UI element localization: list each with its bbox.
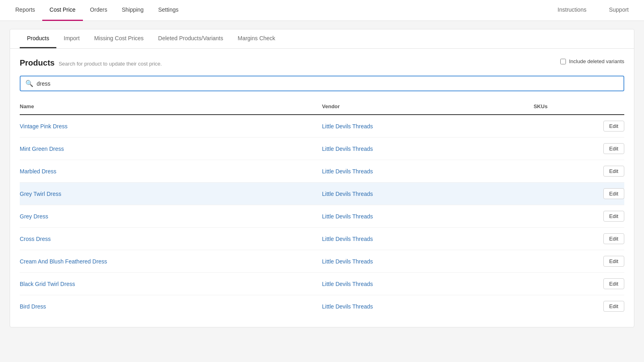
nav-instructions[interactable]: Instructions [550, 0, 594, 21]
table-header: Name Vendor SKUs [20, 99, 624, 115]
search-container: 🔍 [10, 74, 634, 99]
edit-button[interactable]: Edit [603, 211, 624, 222]
edit-button[interactable]: Edit [603, 121, 624, 132]
page-subtitle: Search for product to update their cost … [59, 61, 162, 67]
products-table: Name Vendor SKUs Vintage Pink Dress Litt… [20, 99, 624, 317]
col-header-action [594, 99, 624, 115]
product-name-link[interactable]: Mint Green Dress [20, 146, 64, 152]
skus-cell [534, 183, 594, 205]
table-row: Bird Dress Little Devils Threads Edit [20, 295, 624, 318]
skus-cell [534, 250, 594, 273]
product-name-link[interactable]: Marbled Dress [20, 168, 56, 175]
table-row: Cream And Blush Feathered Dress Little D… [20, 250, 624, 273]
skus-cell [534, 160, 594, 183]
top-nav-right: Instructions Support [550, 0, 636, 21]
product-name-link[interactable]: Grey Dress [20, 213, 48, 220]
table-row: Mint Green Dress Little Devils Threads E… [20, 138, 624, 160]
table-row: Vintage Pink Dress Little Devils Threads… [20, 115, 624, 138]
tab-deleted-products[interactable]: Deleted Products/Variants [151, 29, 231, 48]
sub-tabs: Products Import Missing Cost Prices Dele… [10, 29, 634, 49]
tab-margins-check[interactable]: Margins Check [230, 29, 282, 48]
search-box: 🔍 [20, 76, 624, 91]
edit-button[interactable]: Edit [603, 301, 624, 312]
search-icon: 🔍 [25, 80, 33, 87]
vendor-link[interactable]: Little Devils Threads [322, 191, 373, 197]
content-card: Products Import Missing Cost Prices Dele… [10, 29, 634, 327]
skus-cell [534, 138, 594, 160]
card-title-area: Products Search for product to update th… [20, 58, 162, 68]
nav-support[interactable]: Support [602, 0, 636, 21]
vendor-link[interactable]: Little Devils Threads [322, 146, 373, 152]
top-nav-left: Reports Cost Price Orders Shipping Setti… [8, 0, 186, 21]
main-wrapper: Products Import Missing Cost Prices Dele… [0, 21, 644, 362]
col-header-skus: SKUs [534, 99, 594, 115]
skus-cell [534, 273, 594, 295]
product-name-link[interactable]: Grey Twirl Dress [20, 191, 61, 197]
product-name-link[interactable]: Black Grid Twirl Dress [20, 281, 75, 287]
vendor-link[interactable]: Little Devils Threads [322, 281, 373, 287]
edit-button[interactable]: Edit [603, 233, 624, 244]
table-container: Name Vendor SKUs Vintage Pink Dress Litt… [10, 99, 634, 327]
nav-shipping[interactable]: Shipping [114, 0, 151, 21]
top-navigation: Reports Cost Price Orders Shipping Setti… [0, 0, 644, 21]
edit-button[interactable]: Edit [603, 278, 624, 289]
product-name-link[interactable]: Bird Dress [20, 303, 46, 310]
table-row: Grey Dress Little Devils Threads Edit [20, 205, 624, 228]
skus-cell [534, 115, 594, 138]
vendor-link[interactable]: Little Devils Threads [322, 303, 373, 310]
table-row: Black Grid Twirl Dress Little Devils Thr… [20, 273, 624, 295]
nav-reports[interactable]: Reports [8, 0, 42, 21]
edit-button[interactable]: Edit [603, 188, 624, 199]
skus-cell [534, 205, 594, 228]
col-header-name: Name [20, 99, 322, 115]
table-row: Grey Twirl Dress Little Devils Threads E… [20, 183, 624, 205]
page-title: Products [20, 58, 55, 68]
tab-import[interactable]: Import [56, 29, 87, 48]
vendor-link[interactable]: Little Devils Threads [322, 123, 373, 130]
tab-products[interactable]: Products [20, 29, 56, 48]
vendor-link[interactable]: Little Devils Threads [322, 213, 373, 220]
edit-button[interactable]: Edit [603, 143, 624, 154]
vendor-link[interactable]: Little Devils Threads [322, 236, 373, 242]
edit-button[interactable]: Edit [603, 256, 624, 267]
edit-button[interactable]: Edit [603, 166, 624, 177]
include-deleted-label[interactable]: Include deleted variants [560, 58, 624, 64]
skus-cell [534, 228, 594, 250]
product-name-link[interactable]: Vintage Pink Dress [20, 123, 68, 130]
table-body: Vintage Pink Dress Little Devils Threads… [20, 115, 624, 317]
product-name-link[interactable]: Cream And Blush Feathered Dress [20, 258, 107, 265]
product-name-link[interactable]: Cross Dress [20, 236, 51, 242]
nav-orders[interactable]: Orders [83, 0, 115, 21]
vendor-link[interactable]: Little Devils Threads [322, 168, 373, 175]
include-deleted-checkbox[interactable] [560, 59, 566, 64]
search-input[interactable] [37, 80, 619, 87]
nav-cost-price[interactable]: Cost Price [42, 0, 83, 21]
nav-settings[interactable]: Settings [151, 0, 186, 21]
card-header: Products Search for product to update th… [10, 49, 634, 74]
col-header-vendor: Vendor [322, 99, 534, 115]
table-row: Marbled Dress Little Devils Threads Edit [20, 160, 624, 183]
table-row: Cross Dress Little Devils Threads Edit [20, 228, 624, 250]
vendor-link[interactable]: Little Devils Threads [322, 258, 373, 265]
skus-cell [534, 295, 594, 318]
tab-missing-cost-prices[interactable]: Missing Cost Prices [87, 29, 151, 48]
include-deleted-text: Include deleted variants [569, 58, 624, 64]
